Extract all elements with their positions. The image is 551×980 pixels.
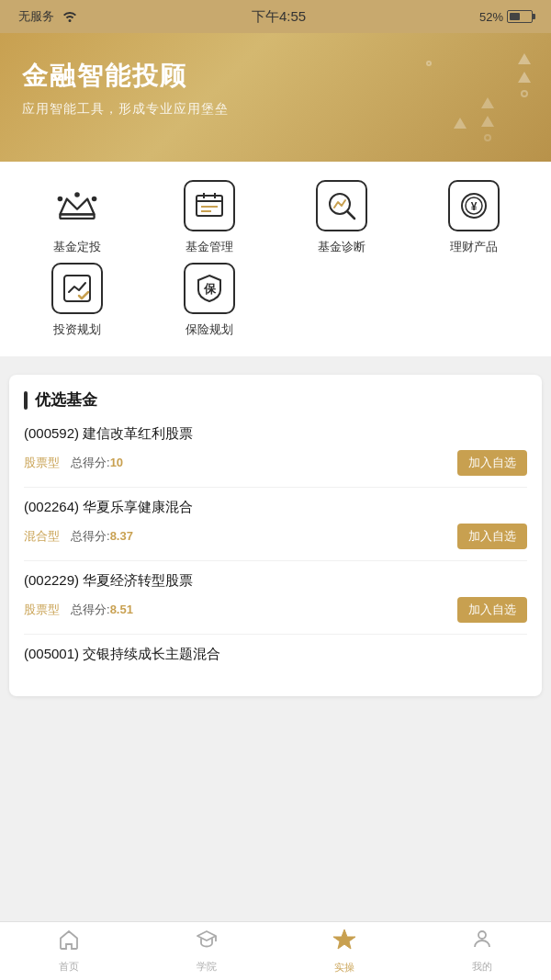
icon-item-fund-diagnose[interactable]: 基金诊断 <box>279 180 404 255</box>
fund-section: 优选基金 (000592) 建信改革红利股票 股票型 总得分:10 加入自选 (… <box>9 375 542 696</box>
nav-label-practice: 实操 <box>334 961 354 974</box>
deco-arrow-1 <box>452 116 468 134</box>
bottom-nav: 首页 学院 实操 我的 <box>0 921 551 980</box>
nav-label-academy: 学院 <box>197 960 217 974</box>
fund-score-002264: 总得分:8.37 <box>71 528 133 545</box>
nav-item-home[interactable]: 首页 <box>0 922 138 980</box>
home-icon <box>58 929 80 956</box>
fund-score-002229: 总得分:8.51 <box>71 602 133 618</box>
status-time: 下午4:55 <box>252 8 306 26</box>
fund-item-000592: (000592) 建信改革红利股票 股票型 总得分:10 加入自选 <box>24 425 527 488</box>
fund-type-002264: 混合型 <box>24 528 60 545</box>
chart-check-icon <box>51 263 103 314</box>
hero-decoration-top <box>516 51 533 99</box>
fund-name-002264: (002264) 华夏乐享健康混合 <box>24 499 527 516</box>
svg-text:保: 保 <box>203 282 217 296</box>
icons-section: 基金定投 基金管理 <box>0 162 551 356</box>
fund-name-005001: (005001) 交银持续成长主题混合 <box>24 646 527 663</box>
fund-meta-002229: 股票型 总得分:8.51 加入自选 <box>24 597 527 623</box>
svg-point-19 <box>478 931 486 939</box>
graduation-icon <box>196 929 218 956</box>
title-bar-decoration <box>24 391 28 410</box>
hero-decoration-bottom <box>479 96 496 143</box>
add-btn-002229[interactable]: 加入自选 <box>457 597 527 623</box>
nav-item-profile[interactable]: 我的 <box>413 922 551 980</box>
nav-label-profile: 我的 <box>472 960 492 974</box>
svg-text:¥: ¥ <box>471 200 478 213</box>
battery-percent: 52% <box>479 10 503 24</box>
battery-icon <box>507 10 533 23</box>
status-bar: 无服务 下午4:55 52% <box>0 0 551 33</box>
fund-meta-left-002229: 股票型 总得分:8.51 <box>24 602 133 618</box>
icon-placeholder-3 <box>279 263 404 338</box>
icon-label-invest-plan: 投资规划 <box>53 321 101 338</box>
svg-point-2 <box>92 197 97 202</box>
bottom-spacer <box>0 705 551 770</box>
svg-point-3 <box>74 192 80 197</box>
carrier-label: 无服务 <box>18 8 54 25</box>
fund-section-title: 优选基金 <box>35 389 97 411</box>
fund-meta-left-000592: 股票型 总得分:10 <box>24 455 123 471</box>
icon-label-wealth-product: 理财产品 <box>450 239 498 255</box>
section-title: 优选基金 <box>24 389 527 411</box>
icon-item-insurance-plan[interactable]: 保 保险规划 <box>147 263 272 338</box>
fund-meta-left-002264: 混合型 总得分:8.37 <box>24 528 133 545</box>
status-left: 无服务 <box>18 8 78 25</box>
fund-score-000592: 总得分:10 <box>71 455 123 471</box>
icon-grid-row2: 投资规划 保 保险规划 <box>15 263 536 338</box>
fund-type-000592: 股票型 <box>24 455 60 471</box>
fund-name-002229: (002229) 华夏经济转型股票 <box>24 572 527 590</box>
nav-item-practice[interactable]: 实操 <box>276 922 413 980</box>
nav-label-home: 首页 <box>59 960 79 974</box>
add-btn-000592[interactable]: 加入自选 <box>457 450 527 476</box>
add-btn-002264[interactable]: 加入自选 <box>457 524 527 549</box>
fund-item-002229: (002229) 华夏经济转型股票 股票型 总得分:8.51 加入自选 <box>24 572 527 635</box>
fund-meta-000592: 股票型 总得分:10 加入自选 <box>24 450 527 476</box>
fund-type-002229: 股票型 <box>24 602 60 618</box>
fund-name-000592: (000592) 建信改革红利股票 <box>24 425 527 443</box>
svg-rect-0 <box>60 214 94 219</box>
icon-item-fund-manage[interactable]: 基金管理 <box>147 180 272 255</box>
search-chart-icon <box>316 180 367 231</box>
icon-label-fund-manage: 基金管理 <box>186 239 233 255</box>
crown-icon <box>51 180 103 231</box>
fund-meta-002264: 混合型 总得分:8.37 加入自选 <box>24 524 527 549</box>
svg-line-11 <box>347 211 354 219</box>
icon-label-fund-diagnose: 基金诊断 <box>318 239 365 255</box>
icon-label-fund-fixed: 基金定投 <box>53 239 101 255</box>
deco-dot-1 <box>426 61 432 66</box>
wifi-icon <box>62 9 78 25</box>
nav-item-academy[interactable]: 学院 <box>138 922 276 980</box>
hero-title: 金融智能投顾 <box>22 59 529 94</box>
icon-item-fund-fixed[interactable]: 基金定投 <box>15 180 140 255</box>
divider <box>0 356 551 366</box>
calendar-icon <box>184 180 235 231</box>
svg-marker-18 <box>333 929 355 949</box>
star-icon <box>332 928 356 957</box>
icon-grid-row1: 基金定投 基金管理 <box>15 180 536 255</box>
icon-item-invest-plan[interactable]: 投资规划 <box>15 263 140 338</box>
fund-item-005001: (005001) 交银持续成长主题混合 <box>24 646 527 681</box>
status-right: 52% <box>479 10 533 24</box>
icon-item-wealth-product[interactable]: ¥ 理财产品 <box>411 180 536 255</box>
person-icon <box>471 929 493 956</box>
svg-point-1 <box>58 197 63 202</box>
hero-banner: 金融智能投顾 应用智能工具，形成专业应用堡垒 <box>0 33 551 162</box>
icon-label-insurance-plan: 保险规划 <box>186 321 233 338</box>
icon-placeholder-4 <box>411 263 536 338</box>
coin-icon: ¥ <box>448 180 500 231</box>
shield-icon: 保 <box>184 263 235 314</box>
fund-item-002264: (002264) 华夏乐享健康混合 混合型 总得分:8.37 加入自选 <box>24 499 527 561</box>
